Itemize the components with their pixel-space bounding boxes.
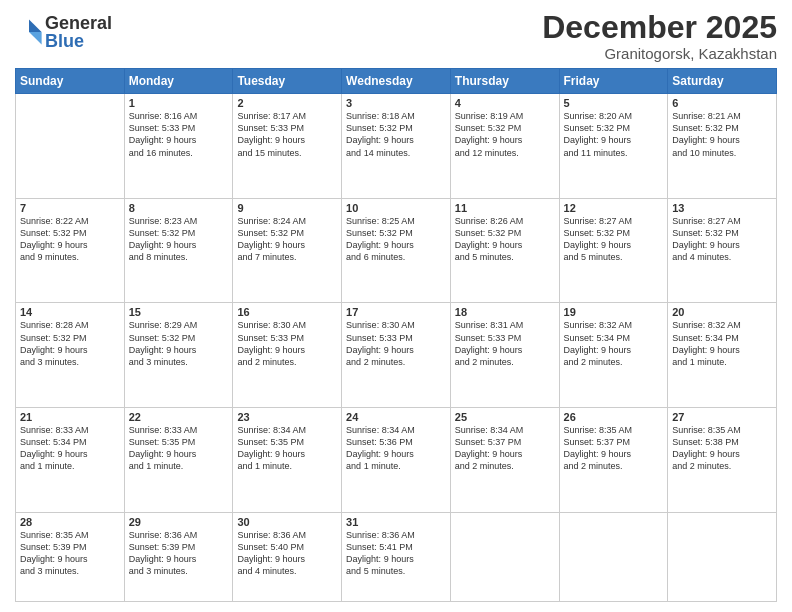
calendar-cell: 8Sunrise: 8:23 AM Sunset: 5:32 PM Daylig… — [124, 198, 233, 303]
day-number: 28 — [20, 516, 120, 528]
calendar-cell: 27Sunrise: 8:35 AM Sunset: 5:38 PM Dayli… — [668, 408, 777, 513]
cell-info: Sunrise: 8:21 AM Sunset: 5:32 PM Dayligh… — [672, 110, 772, 159]
cell-info: Sunrise: 8:32 AM Sunset: 5:34 PM Dayligh… — [672, 319, 772, 368]
cell-info: Sunrise: 8:26 AM Sunset: 5:32 PM Dayligh… — [455, 215, 555, 264]
calendar-cell: 18Sunrise: 8:31 AM Sunset: 5:33 PM Dayli… — [450, 303, 559, 408]
calendar-cell: 4Sunrise: 8:19 AM Sunset: 5:32 PM Daylig… — [450, 94, 559, 199]
calendar-cell: 1Sunrise: 8:16 AM Sunset: 5:33 PM Daylig… — [124, 94, 233, 199]
calendar-cell: 23Sunrise: 8:34 AM Sunset: 5:35 PM Dayli… — [233, 408, 342, 513]
calendar-cell: 25Sunrise: 8:34 AM Sunset: 5:37 PM Dayli… — [450, 408, 559, 513]
cell-info: Sunrise: 8:36 AM Sunset: 5:39 PM Dayligh… — [129, 529, 229, 578]
cell-info: Sunrise: 8:30 AM Sunset: 5:33 PM Dayligh… — [346, 319, 446, 368]
day-number: 13 — [672, 202, 772, 214]
logo-blue: Blue — [45, 32, 112, 50]
day-number: 22 — [129, 411, 229, 423]
calendar-header-row: SundayMondayTuesdayWednesdayThursdayFrid… — [16, 69, 777, 94]
day-number: 24 — [346, 411, 446, 423]
calendar-cell: 10Sunrise: 8:25 AM Sunset: 5:32 PM Dayli… — [342, 198, 451, 303]
column-header-tuesday: Tuesday — [233, 69, 342, 94]
cell-info: Sunrise: 8:18 AM Sunset: 5:32 PM Dayligh… — [346, 110, 446, 159]
cell-info: Sunrise: 8:24 AM Sunset: 5:32 PM Dayligh… — [237, 215, 337, 264]
cell-info: Sunrise: 8:28 AM Sunset: 5:32 PM Dayligh… — [20, 319, 120, 368]
calendar-cell — [16, 94, 125, 199]
column-header-thursday: Thursday — [450, 69, 559, 94]
page: General Blue December 2025 Granitogorsk,… — [0, 0, 792, 612]
calendar-cell: 24Sunrise: 8:34 AM Sunset: 5:36 PM Dayli… — [342, 408, 451, 513]
calendar-week-row: 21Sunrise: 8:33 AM Sunset: 5:34 PM Dayli… — [16, 408, 777, 513]
cell-info: Sunrise: 8:27 AM Sunset: 5:32 PM Dayligh… — [564, 215, 664, 264]
cell-info: Sunrise: 8:23 AM Sunset: 5:32 PM Dayligh… — [129, 215, 229, 264]
cell-info: Sunrise: 8:33 AM Sunset: 5:35 PM Dayligh… — [129, 424, 229, 473]
logo-text: General Blue — [45, 14, 112, 50]
calendar-cell: 12Sunrise: 8:27 AM Sunset: 5:32 PM Dayli… — [559, 198, 668, 303]
calendar-cell: 29Sunrise: 8:36 AM Sunset: 5:39 PM Dayli… — [124, 512, 233, 601]
logo: General Blue — [15, 14, 112, 50]
cell-info: Sunrise: 8:32 AM Sunset: 5:34 PM Dayligh… — [564, 319, 664, 368]
calendar-cell — [450, 512, 559, 601]
cell-info: Sunrise: 8:35 AM Sunset: 5:39 PM Dayligh… — [20, 529, 120, 578]
day-number: 18 — [455, 306, 555, 318]
day-number: 1 — [129, 97, 229, 109]
day-number: 20 — [672, 306, 772, 318]
month-title: December 2025 — [542, 10, 777, 45]
calendar-week-row: 14Sunrise: 8:28 AM Sunset: 5:32 PM Dayli… — [16, 303, 777, 408]
day-number: 14 — [20, 306, 120, 318]
day-number: 31 — [346, 516, 446, 528]
cell-info: Sunrise: 8:31 AM Sunset: 5:33 PM Dayligh… — [455, 319, 555, 368]
calendar-week-row: 7Sunrise: 8:22 AM Sunset: 5:32 PM Daylig… — [16, 198, 777, 303]
day-number: 11 — [455, 202, 555, 214]
cell-info: Sunrise: 8:19 AM Sunset: 5:32 PM Dayligh… — [455, 110, 555, 159]
day-number: 26 — [564, 411, 664, 423]
calendar-cell: 7Sunrise: 8:22 AM Sunset: 5:32 PM Daylig… — [16, 198, 125, 303]
day-number: 15 — [129, 306, 229, 318]
calendar-cell: 11Sunrise: 8:26 AM Sunset: 5:32 PM Dayli… — [450, 198, 559, 303]
calendar-cell: 3Sunrise: 8:18 AM Sunset: 5:32 PM Daylig… — [342, 94, 451, 199]
cell-info: Sunrise: 8:35 AM Sunset: 5:38 PM Dayligh… — [672, 424, 772, 473]
location: Granitogorsk, Kazakhstan — [542, 45, 777, 62]
svg-marker-0 — [29, 19, 42, 32]
calendar-cell: 30Sunrise: 8:36 AM Sunset: 5:40 PM Dayli… — [233, 512, 342, 601]
column-header-sunday: Sunday — [16, 69, 125, 94]
cell-info: Sunrise: 8:34 AM Sunset: 5:36 PM Dayligh… — [346, 424, 446, 473]
cell-info: Sunrise: 8:33 AM Sunset: 5:34 PM Dayligh… — [20, 424, 120, 473]
calendar-cell: 15Sunrise: 8:29 AM Sunset: 5:32 PM Dayli… — [124, 303, 233, 408]
day-number: 23 — [237, 411, 337, 423]
logo-general: General — [45, 14, 112, 32]
cell-info: Sunrise: 8:16 AM Sunset: 5:33 PM Dayligh… — [129, 110, 229, 159]
calendar-table: SundayMondayTuesdayWednesdayThursdayFrid… — [15, 68, 777, 602]
day-number: 19 — [564, 306, 664, 318]
cell-info: Sunrise: 8:30 AM Sunset: 5:33 PM Dayligh… — [237, 319, 337, 368]
day-number: 30 — [237, 516, 337, 528]
cell-info: Sunrise: 8:29 AM Sunset: 5:32 PM Dayligh… — [129, 319, 229, 368]
day-number: 8 — [129, 202, 229, 214]
calendar-cell: 20Sunrise: 8:32 AM Sunset: 5:34 PM Dayli… — [668, 303, 777, 408]
calendar-cell: 13Sunrise: 8:27 AM Sunset: 5:32 PM Dayli… — [668, 198, 777, 303]
day-number: 2 — [237, 97, 337, 109]
cell-info: Sunrise: 8:36 AM Sunset: 5:40 PM Dayligh… — [237, 529, 337, 578]
column-header-monday: Monday — [124, 69, 233, 94]
calendar-cell: 6Sunrise: 8:21 AM Sunset: 5:32 PM Daylig… — [668, 94, 777, 199]
day-number: 4 — [455, 97, 555, 109]
cell-info: Sunrise: 8:20 AM Sunset: 5:32 PM Dayligh… — [564, 110, 664, 159]
day-number: 3 — [346, 97, 446, 109]
calendar-cell: 31Sunrise: 8:36 AM Sunset: 5:41 PM Dayli… — [342, 512, 451, 601]
day-number: 16 — [237, 306, 337, 318]
calendar-cell: 17Sunrise: 8:30 AM Sunset: 5:33 PM Dayli… — [342, 303, 451, 408]
cell-info: Sunrise: 8:22 AM Sunset: 5:32 PM Dayligh… — [20, 215, 120, 264]
cell-info: Sunrise: 8:34 AM Sunset: 5:37 PM Dayligh… — [455, 424, 555, 473]
calendar-cell — [668, 512, 777, 601]
calendar-cell: 28Sunrise: 8:35 AM Sunset: 5:39 PM Dayli… — [16, 512, 125, 601]
day-number: 7 — [20, 202, 120, 214]
svg-marker-2 — [16, 19, 29, 32]
calendar-cell: 26Sunrise: 8:35 AM Sunset: 5:37 PM Dayli… — [559, 408, 668, 513]
cell-info: Sunrise: 8:27 AM Sunset: 5:32 PM Dayligh… — [672, 215, 772, 264]
column-header-wednesday: Wednesday — [342, 69, 451, 94]
calendar-cell: 19Sunrise: 8:32 AM Sunset: 5:34 PM Dayli… — [559, 303, 668, 408]
day-number: 12 — [564, 202, 664, 214]
day-number: 10 — [346, 202, 446, 214]
calendar-cell: 14Sunrise: 8:28 AM Sunset: 5:32 PM Dayli… — [16, 303, 125, 408]
day-number: 5 — [564, 97, 664, 109]
calendar-cell: 9Sunrise: 8:24 AM Sunset: 5:32 PM Daylig… — [233, 198, 342, 303]
day-number: 21 — [20, 411, 120, 423]
day-number: 9 — [237, 202, 337, 214]
